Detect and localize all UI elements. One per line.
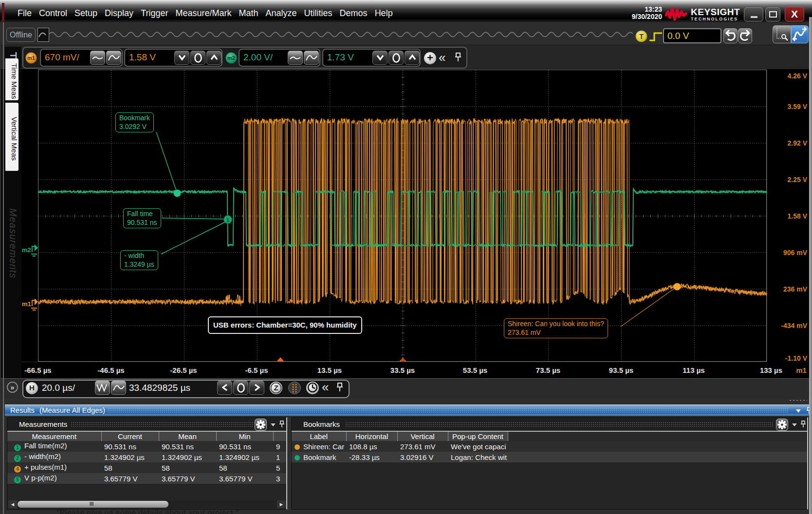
svg-text:1: 1 bbox=[226, 217, 229, 223]
